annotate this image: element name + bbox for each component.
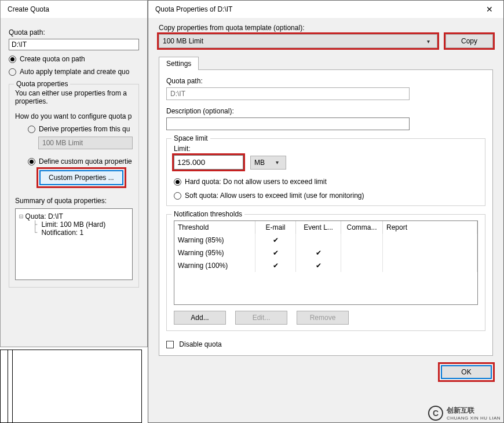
limit-label: Limit: [174,145,478,153]
radio-dot-icon [174,192,181,200]
chevron-down-icon: ▾ [423,38,433,45]
quota-properties-dialog: Quota Properties of D:\IT ✕ Copy propert… [148,0,504,423]
desc-label: Description (optional): [166,107,485,115]
limit-input[interactable] [174,155,243,170]
disable-quota-label: Disable quota [179,340,221,348]
notification-title: Notification thresholds [171,210,244,218]
space-limit-title: Space limit [171,134,210,142]
table-row[interactable]: Warning (95%)✔✔ [174,247,477,259]
unit-value: MB [254,159,272,167]
col-email[interactable]: E-mail [255,221,296,234]
prop-path-label: Quota path: [166,77,485,85]
radio-define-label: Define custom quota propertie [39,157,132,165]
tree-limit: Limit: 100 MB (Hard) [41,220,105,229]
logo-sub: CHUANG XIN HU LIAN [447,415,501,421]
template-combo[interactable]: 100 MB Limit ▾ [159,34,437,48]
table-row[interactable]: Warning (100%)✔✔ [174,259,477,272]
quota-properties-group: Quota properties You can either use prop… [9,84,139,288]
radio-hard-quota[interactable]: Hard quota: Do not allow users to exceed… [174,178,478,186]
summary-label: Summary of quota properties: [15,197,133,205]
properties-title: Quota Properties of D:\IT [155,5,232,13]
logo-icon: C [428,406,443,421]
logo-main: 创新互联 [447,406,501,415]
description-input[interactable] [166,117,410,130]
create-quota-title: Create Quota [8,5,49,13]
threshold-table: Threshold E-mail Event L... Comma... Rep… [174,220,478,305]
threshold-header: Threshold E-mail Event L... Comma... Rep… [174,221,477,234]
radio-dot-icon [28,126,35,133]
table-row[interactable]: Warning (85%)✔ [174,234,477,247]
remove-button: Remove [297,311,349,325]
radio-derive-label: Derive properties from this qu [39,125,130,133]
radio-dot-icon [9,56,16,63]
radio-dot-icon [28,158,35,165]
template-combo-value: 100 MB Limit [163,37,423,45]
intro-line1: You can either use properties from a [15,89,133,97]
close-icon[interactable]: ✕ [478,1,501,18]
template-combo-disabled: 100 MB Limit [38,137,133,149]
config-question: How do you want to configure quota p [15,112,133,120]
col-command[interactable]: Comma... [341,221,383,234]
tree-expand-icon[interactable]: ⊟ [19,212,23,220]
quota-path-label: Quota path: [9,28,139,36]
intro-line2: properties. [15,97,133,105]
copy-button[interactable]: Copy [445,34,493,48]
summary-tree: ⊟ Quota: D:\IT ├ Limit: 100 MB (Hard) └ … [15,208,133,280]
col-report[interactable]: Report [383,221,477,234]
radio-dot-icon [9,68,16,76]
create-quota-dialog: Create Quota Quota path: Create quota on… [0,0,148,347]
brand-logo: C 创新互联 CHUANG XIN HU LIAN [428,406,501,421]
background-strip [0,350,142,423]
tree-notif: Notification: 1 [41,229,83,237]
radio-create-label: Create quota on path [20,55,85,63]
radio-auto-label: Auto apply template and create quo [20,68,129,76]
hard-quota-label: Hard quota: Do not allow users to exceed… [185,178,327,186]
radio-soft-quota[interactable]: Soft quota: Allow users to exceed limit … [174,192,478,200]
tab-settings[interactable]: Settings [159,57,199,70]
radio-define-custom[interactable]: Define custom quota propertie [28,157,133,165]
unit-combo[interactable]: MB ▾ [250,156,286,170]
properties-titlebar: Quota Properties of D:\IT ✕ [148,1,503,18]
notification-group: Notification thresholds Threshold E-mail… [166,214,485,331]
quota-prop-title: Quota properties [14,80,70,88]
edit-button: Edit... [235,311,287,325]
checkbox-icon[interactable] [166,341,174,348]
quota-path-input[interactable] [9,39,139,50]
radio-derive[interactable]: Derive properties from this qu [28,125,133,133]
ok-button[interactable]: OK [441,365,492,379]
radio-auto-apply[interactable]: Auto apply template and create quo [9,68,139,76]
copy-template-label: Copy properties from quota template (opt… [159,24,493,32]
soft-quota-label: Soft quota: Allow users to exceed limit … [185,192,364,200]
tree-root: Quota: D:\IT [25,212,63,220]
tab-settings-content: Quota path: D:\IT Description (optional)… [159,69,493,356]
col-eventlog[interactable]: Event L... [296,221,341,234]
prop-path-value: D:\IT [166,87,410,100]
add-button[interactable]: Add... [174,311,226,325]
col-threshold[interactable]: Threshold [174,221,255,234]
template-combo-text: 100 MB Limit [42,139,83,147]
custom-properties-button[interactable]: Custom Properties ... [39,170,123,185]
radio-create-on-path[interactable]: Create quota on path [9,55,139,63]
chevron-down-icon: ▾ [272,159,282,165]
disable-quota-row[interactable]: Disable quota [166,340,485,348]
radio-dot-icon [174,178,181,186]
space-limit-group: Space limit Limit: MB ▾ Hard quota: Do n… [166,138,485,206]
create-quota-titlebar: Create Quota [1,1,147,18]
